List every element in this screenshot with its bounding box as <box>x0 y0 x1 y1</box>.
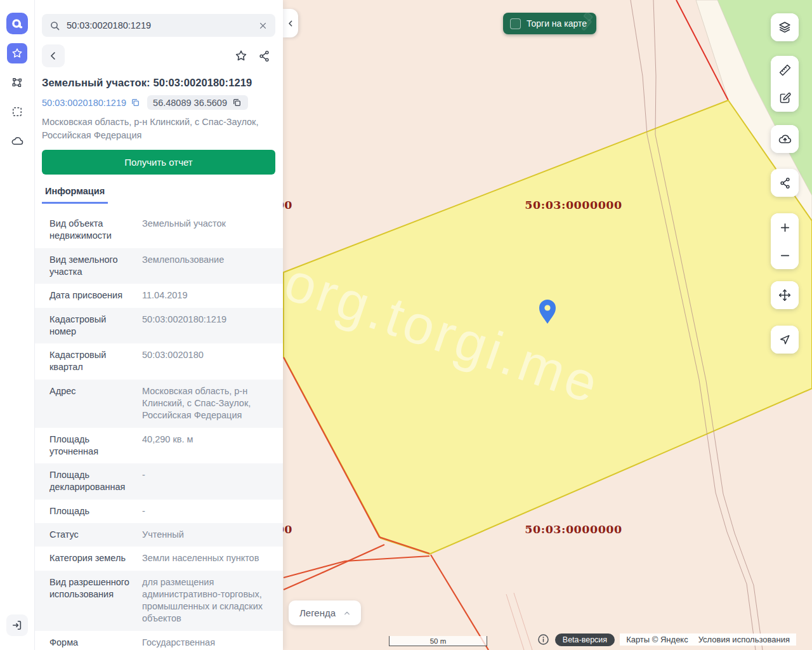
row-value: 11.04.2019 <box>142 289 273 302</box>
coordinates-chip[interactable]: 56.48089 36.5609 <box>147 95 248 110</box>
row-value: Земли населенных пунктов <box>142 552 273 564</box>
legend-button[interactable]: Легенда <box>289 600 361 625</box>
map-canvas[interactable]: org.torgi.me 50:03:0000000 50:03:0000000… <box>283 0 812 650</box>
collapse-panel-button[interactable] <box>283 9 298 37</box>
zoom-in-button[interactable] <box>771 213 799 241</box>
locate-button[interactable] <box>771 326 799 354</box>
row-label: Площадь декларированная <box>49 469 133 494</box>
map-share-button[interactable] <box>771 169 799 197</box>
zoom-out-button[interactable] <box>771 241 799 269</box>
info-icon <box>537 633 550 646</box>
row-value: Учтенный <box>142 529 273 541</box>
cadastral-number-chip[interactable]: 50:03:0020180:1219 <box>42 97 141 108</box>
share-button[interactable] <box>252 44 275 67</box>
row-label: Площадь <box>49 505 133 517</box>
row-value: Земельный участок <box>142 218 273 242</box>
move-icon <box>778 288 792 302</box>
row-label: Кадастровый номер <box>49 314 133 338</box>
row-label: Вид земельного участка <box>49 254 133 279</box>
favorite-button[interactable] <box>230 44 252 67</box>
object-address: Московская область, р-н Клинский, с Спас… <box>42 116 276 142</box>
cadastral-label: 50:03:0000000 <box>525 199 622 211</box>
back-button[interactable] <box>42 44 65 67</box>
sign-in-icon <box>11 619 23 632</box>
attribution-strip: Карты © Яндекс Условия использования <box>620 633 796 646</box>
tab-information[interactable]: Информация <box>42 186 108 204</box>
table-row: Площадь уточненная40,290 кв. м <box>35 428 283 464</box>
cadastral-label-partial: 00 <box>283 523 292 536</box>
sidebar-item-select-area[interactable] <box>7 102 27 122</box>
cadastral-label: 50:03:0000000 <box>525 523 622 536</box>
cloud-icon <box>11 135 24 148</box>
row-label: Форма <box>49 637 133 649</box>
sidebar-item-draw-polygon[interactable] <box>7 72 27 93</box>
star-icon <box>234 49 248 63</box>
checkbox[interactable] <box>510 18 521 29</box>
tabs-bar: Информация <box>42 185 283 204</box>
beta-badge: Beta-версия <box>555 633 615 646</box>
row-value: Землепользование <box>142 254 273 279</box>
measure-draw-control <box>771 56 799 112</box>
row-label: Статус <box>49 529 133 541</box>
table-row: Площадь декларированная- <box>35 463 283 500</box>
panel-header <box>42 44 275 67</box>
row-value: 50:03:0020180:1219 <box>142 314 273 338</box>
table-row: ФормаГосударственная <box>35 631 283 650</box>
row-value: - <box>142 469 273 494</box>
map-attribution: Beta-версия Карты © Яндекс Условия испол… <box>537 633 796 646</box>
torgi-on-map-toggle[interactable]: Торги на карте <box>503 13 596 34</box>
plus-icon <box>778 221 792 234</box>
share-icon <box>258 50 271 63</box>
table-row: Вид объекта недвижимостиЗемельный участо… <box>35 212 283 248</box>
map-layers: org.torgi.me 50:03:0000000 50:03:0000000… <box>283 0 812 650</box>
row-value: - <box>142 505 273 517</box>
minus-icon <box>778 249 792 262</box>
table-row: Кадастровый квартал50:03:0020180 <box>35 343 283 380</box>
get-report-button[interactable]: Получить отчет <box>42 150 275 175</box>
row-label: Площадь уточненная <box>49 434 133 458</box>
sidebar-item-favorites[interactable] <box>7 43 27 63</box>
draw-button[interactable] <box>771 84 799 112</box>
info-table: Вид объекта недвижимостиЗемельный участо… <box>35 212 283 650</box>
chips-row: 50:03:0020180:1219 56.48089 36.5609 <box>42 95 276 110</box>
info-button[interactable] <box>537 633 550 646</box>
row-value: Московская область, р-н Клинский, с Спас… <box>142 385 273 422</box>
pan-control <box>771 281 799 309</box>
layers-control <box>771 13 799 41</box>
sidebar-item-cloud[interactable] <box>7 131 27 151</box>
terms-link[interactable]: Условия использования <box>698 635 790 644</box>
row-value: 40,290 кв. м <box>142 434 273 458</box>
row-value: Государственная <box>142 637 273 649</box>
row-label: Адрес <box>49 385 133 422</box>
clear-search-button[interactable] <box>258 20 268 31</box>
app-logo[interactable] <box>6 13 28 34</box>
search-bar <box>42 14 275 37</box>
share-icon <box>778 176 792 190</box>
search-input[interactable] <box>67 20 252 30</box>
copy-icon[interactable] <box>232 97 242 108</box>
coordinates-value: 56.48089 36.5609 <box>153 98 227 108</box>
scale-bar: 50 m <box>389 636 487 646</box>
pan-button[interactable] <box>771 281 799 309</box>
upload-control <box>771 125 799 153</box>
row-label: Кадастровый квартал <box>49 349 133 374</box>
scale-label: 50 m <box>430 637 447 645</box>
cadastral-number-link[interactable]: 50:03:0020180:1219 <box>42 98 126 108</box>
table-row: Вид земельного участкаЗемлепользование <box>35 248 283 284</box>
cloud-upload-button[interactable] <box>771 125 799 153</box>
row-label: Категория земель <box>49 552 133 564</box>
row-label: Вид объекта недвижимости <box>49 218 133 242</box>
legend-label: Легенда <box>299 607 336 618</box>
layers-button[interactable] <box>771 13 799 41</box>
gavel-watermark-icon <box>575 13 596 34</box>
table-row: АдресМосковская область, р-н Клинский, с… <box>35 380 283 428</box>
table-row: СтатусУчтенный <box>35 523 283 547</box>
copy-icon[interactable] <box>130 97 141 108</box>
cloud-upload-icon <box>778 132 792 147</box>
table-row: Вид разрешенного использованиядля размещ… <box>35 571 283 631</box>
icon-rail <box>0 0 35 650</box>
table-row: Площадь- <box>35 500 283 523</box>
measure-button[interactable] <box>771 56 799 84</box>
locate-control <box>771 326 799 354</box>
login-button[interactable] <box>6 614 28 636</box>
